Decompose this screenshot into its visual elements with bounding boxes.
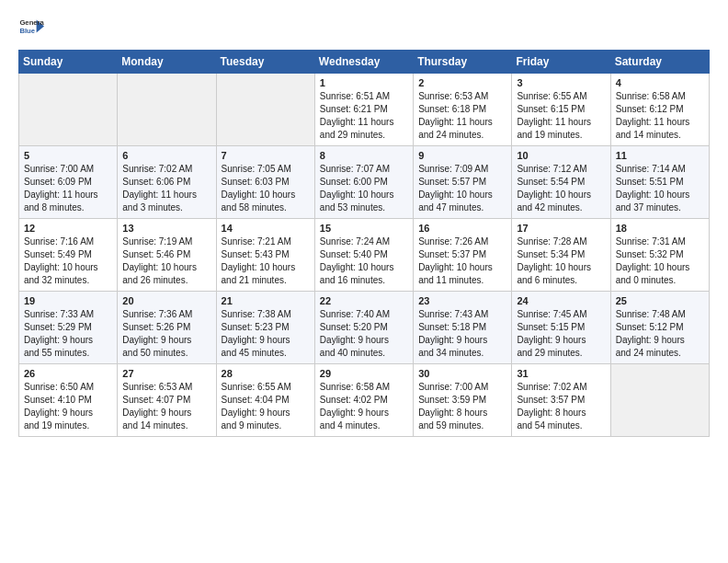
day-number: 4 (616, 77, 704, 88)
day-number: 17 (517, 223, 605, 234)
day-number: 6 (122, 150, 210, 161)
day-cell: 19Sunrise: 7:33 AMSunset: 5:29 PMDayligh… (19, 292, 118, 364)
day-cell: 29Sunrise: 6:58 AMSunset: 4:02 PMDayligh… (314, 364, 413, 437)
day-info: Sunrise: 6:55 AMSunset: 6:15 PMDaylight:… (517, 90, 605, 142)
day-number: 27 (122, 368, 210, 379)
day-cell: 22Sunrise: 7:40 AMSunset: 5:20 PMDayligh… (314, 292, 413, 364)
day-cell: 21Sunrise: 7:38 AMSunset: 5:23 PMDayligh… (216, 292, 314, 364)
day-cell: 5Sunrise: 7:00 AMSunset: 6:09 PMDaylight… (19, 146, 118, 219)
day-info: Sunrise: 7:40 AMSunset: 5:20 PMDaylight:… (320, 308, 408, 360)
day-cell: 8Sunrise: 7:07 AMSunset: 6:00 PMDaylight… (314, 146, 413, 219)
day-number: 28 (222, 368, 310, 379)
day-cell: 6Sunrise: 7:02 AMSunset: 6:06 PMDaylight… (118, 146, 216, 219)
day-info: Sunrise: 7:07 AMSunset: 6:00 PMDaylight:… (320, 163, 408, 214)
day-cell (610, 364, 709, 437)
weekday-header-row: SundayMondayTuesdayWednesdayThursdayFrid… (19, 51, 710, 74)
day-number: 14 (222, 223, 310, 234)
week-row-2: 5Sunrise: 7:00 AMSunset: 6:09 PMDaylight… (19, 146, 710, 219)
day-cell: 17Sunrise: 7:28 AMSunset: 5:34 PMDayligh… (512, 219, 610, 292)
day-number: 13 (122, 223, 210, 234)
day-info: Sunrise: 7:43 AMSunset: 5:18 PMDaylight:… (418, 308, 506, 360)
day-number: 21 (222, 295, 310, 306)
day-cell: 23Sunrise: 7:43 AMSunset: 5:18 PMDayligh… (414, 292, 512, 364)
day-info: Sunrise: 7:05 AMSunset: 6:03 PMDaylight:… (222, 163, 310, 214)
day-number: 3 (517, 77, 605, 88)
day-number: 30 (418, 368, 506, 379)
weekday-header-friday: Friday (512, 51, 610, 74)
day-cell: 12Sunrise: 7:16 AMSunset: 5:49 PMDayligh… (19, 219, 118, 292)
day-cell: 14Sunrise: 7:21 AMSunset: 5:43 PMDayligh… (216, 219, 314, 292)
day-info: Sunrise: 7:38 AMSunset: 5:23 PMDaylight:… (222, 308, 310, 360)
day-number: 10 (517, 150, 605, 161)
day-cell: 31Sunrise: 7:02 AMSunset: 3:57 PMDayligh… (512, 364, 610, 437)
day-info: Sunrise: 7:09 AMSunset: 5:57 PMDaylight:… (418, 163, 506, 214)
day-info: Sunrise: 6:58 AMSunset: 6:12 PMDaylight:… (616, 90, 704, 142)
day-cell: 15Sunrise: 7:24 AMSunset: 5:40 PMDayligh… (314, 219, 413, 292)
day-cell: 30Sunrise: 7:00 AMSunset: 3:59 PMDayligh… (414, 364, 512, 437)
day-number: 31 (517, 368, 605, 379)
week-row-4: 19Sunrise: 7:33 AMSunset: 5:29 PMDayligh… (19, 292, 710, 364)
day-number: 12 (24, 223, 112, 234)
day-cell: 11Sunrise: 7:14 AMSunset: 5:51 PMDayligh… (610, 146, 709, 219)
day-number: 7 (222, 150, 310, 161)
logo-icon: General Blue (18, 15, 44, 40)
day-info: Sunrise: 6:55 AMSunset: 4:04 PMDaylight:… (222, 381, 310, 432)
day-info: Sunrise: 6:50 AMSunset: 4:10 PMDaylight:… (24, 381, 112, 432)
svg-text:Blue: Blue (19, 27, 35, 35)
day-info: Sunrise: 7:21 AMSunset: 5:43 PMDaylight:… (222, 236, 310, 287)
day-number: 22 (320, 295, 408, 306)
day-number: 23 (418, 295, 506, 306)
day-info: Sunrise: 7:48 AMSunset: 5:12 PMDaylight:… (616, 308, 704, 360)
weekday-header-wednesday: Wednesday (314, 51, 413, 74)
day-info: Sunrise: 7:00 AMSunset: 6:09 PMDaylight:… (24, 163, 112, 214)
day-number: 29 (320, 368, 408, 379)
day-cell (216, 74, 314, 146)
day-number: 15 (320, 223, 408, 234)
weekday-header-thursday: Thursday (414, 51, 512, 74)
day-number: 25 (616, 295, 704, 306)
day-cell: 7Sunrise: 7:05 AMSunset: 6:03 PMDaylight… (216, 146, 314, 219)
day-cell: 16Sunrise: 7:26 AMSunset: 5:37 PMDayligh… (414, 219, 512, 292)
svg-text:General: General (19, 18, 44, 27)
day-info: Sunrise: 6:58 AMSunset: 4:02 PMDaylight:… (320, 381, 408, 432)
day-cell: 9Sunrise: 7:09 AMSunset: 5:57 PMDaylight… (414, 146, 512, 219)
day-number: 18 (616, 223, 704, 234)
weekday-header-sunday: Sunday (19, 51, 118, 74)
day-cell (19, 74, 118, 146)
day-cell: 27Sunrise: 6:53 AMSunset: 4:07 PMDayligh… (118, 364, 216, 437)
weekday-header-tuesday: Tuesday (216, 51, 314, 74)
day-number: 2 (418, 77, 506, 88)
day-cell (118, 74, 216, 146)
day-info: Sunrise: 7:12 AMSunset: 5:54 PMDaylight:… (517, 163, 605, 214)
calendar: SundayMondayTuesdayWednesdayThursdayFrid… (18, 50, 710, 437)
day-info: Sunrise: 7:00 AMSunset: 3:59 PMDaylight:… (418, 381, 506, 432)
day-info: Sunrise: 7:26 AMSunset: 5:37 PMDaylight:… (418, 236, 506, 287)
day-number: 1 (320, 77, 408, 88)
day-info: Sunrise: 7:19 AMSunset: 5:46 PMDaylight:… (122, 236, 210, 287)
day-number: 24 (517, 295, 605, 306)
day-number: 9 (418, 150, 506, 161)
weekday-header-monday: Monday (118, 51, 216, 74)
day-cell: 1Sunrise: 6:51 AMSunset: 6:21 PMDaylight… (314, 74, 413, 146)
week-row-3: 12Sunrise: 7:16 AMSunset: 5:49 PMDayligh… (19, 219, 710, 292)
day-info: Sunrise: 7:24 AMSunset: 5:40 PMDaylight:… (320, 236, 408, 287)
day-info: Sunrise: 7:33 AMSunset: 5:29 PMDaylight:… (24, 308, 112, 360)
week-row-1: 1Sunrise: 6:51 AMSunset: 6:21 PMDaylight… (19, 74, 710, 146)
day-info: Sunrise: 7:02 AMSunset: 3:57 PMDaylight:… (517, 381, 605, 432)
day-cell: 20Sunrise: 7:36 AMSunset: 5:26 PMDayligh… (118, 292, 216, 364)
day-number: 8 (320, 150, 408, 161)
day-info: Sunrise: 7:02 AMSunset: 6:06 PMDaylight:… (122, 163, 210, 214)
day-info: Sunrise: 7:14 AMSunset: 5:51 PMDaylight:… (616, 163, 704, 214)
day-cell: 18Sunrise: 7:31 AMSunset: 5:32 PMDayligh… (610, 219, 709, 292)
day-number: 26 (24, 368, 112, 379)
day-cell: 4Sunrise: 6:58 AMSunset: 6:12 PMDaylight… (610, 74, 709, 146)
day-cell: 25Sunrise: 7:48 AMSunset: 5:12 PMDayligh… (610, 292, 709, 364)
logo: General Blue (18, 15, 46, 40)
day-cell: 24Sunrise: 7:45 AMSunset: 5:15 PMDayligh… (512, 292, 610, 364)
weekday-header-saturday: Saturday (610, 51, 709, 74)
day-info: Sunrise: 7:28 AMSunset: 5:34 PMDaylight:… (517, 236, 605, 287)
header: General Blue (18, 15, 710, 40)
week-row-5: 26Sunrise: 6:50 AMSunset: 4:10 PMDayligh… (19, 364, 710, 437)
day-cell: 28Sunrise: 6:55 AMSunset: 4:04 PMDayligh… (216, 364, 314, 437)
day-info: Sunrise: 7:45 AMSunset: 5:15 PMDaylight:… (517, 308, 605, 360)
